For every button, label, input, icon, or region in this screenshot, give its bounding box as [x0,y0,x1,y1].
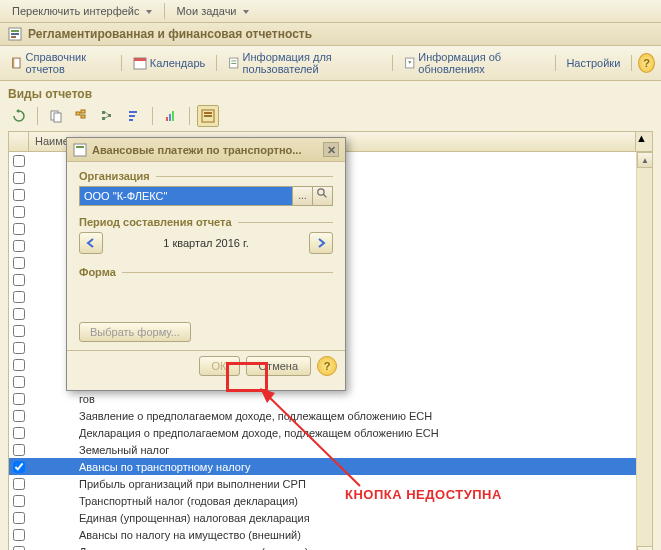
scroll-down-button[interactable]: ▼ [637,546,653,550]
row-checkbox-cell [9,342,29,354]
chevron-down-icon [146,10,152,14]
row-name: гов [29,393,652,405]
table-row[interactable]: Декларация по земельному налогу (годовая… [9,543,652,550]
row-checkbox-cell [9,257,29,269]
row-checkbox[interactable] [13,529,25,541]
toolbar-info-users-label: Информация для пользователей [243,51,381,75]
row-checkbox[interactable] [13,393,25,405]
toolbar-info-users[interactable]: Информация для пользователей [223,49,386,77]
row-checkbox[interactable] [13,478,25,490]
org-input[interactable] [79,186,293,206]
row-checkbox[interactable] [13,274,25,286]
org-label: Организация [79,170,333,182]
separator [164,3,165,19]
svg-point-31 [318,189,324,195]
table-row[interactable]: гов [9,390,652,407]
updates-icon [404,56,416,70]
row-checkbox[interactable] [13,291,25,303]
refresh-button[interactable] [8,105,30,127]
period-row: 1 квартал 2016 г. [79,232,333,254]
row-checkbox[interactable] [13,461,25,473]
row-checkbox[interactable] [13,546,25,551]
row-checkbox[interactable] [13,206,25,218]
row-checkbox-cell [9,461,29,473]
row-checkbox[interactable] [13,172,25,184]
table-row[interactable]: Авансы по транспортному налогу [9,458,652,475]
window-titlebar: Регламентированная и финансовая отчетнос… [0,23,661,46]
row-checkbox[interactable] [13,257,25,269]
period-prev-button[interactable] [79,232,103,254]
row-checkbox[interactable] [13,359,25,371]
menu-my-tasks[interactable]: Мои задачи [171,3,255,19]
scroll-up-button[interactable]: ▲ [637,152,653,168]
row-checkbox[interactable] [13,155,25,167]
row-checkbox[interactable] [13,512,25,524]
info-icon [228,56,240,70]
row-checkbox-cell [9,189,29,201]
table-row[interactable]: Единая (упрощенная) налоговая декларация [9,509,652,526]
table-row[interactable]: Заявление о предполагаемом доходе, подле… [9,407,652,424]
svg-rect-3 [11,36,16,38]
copy-button[interactable] [45,105,67,127]
row-checkbox[interactable] [13,410,25,422]
sort-button[interactable] [123,105,145,127]
menu-switch-interface[interactable]: Переключить интерфейс [6,3,158,19]
row-checkbox[interactable] [13,495,25,507]
svg-rect-14 [76,112,80,115]
toolbar-settings[interactable]: Настройки [561,55,625,71]
org-select-button[interactable]: ... [293,186,313,206]
window-title: Регламентированная и финансовая отчетнос… [28,27,312,41]
svg-rect-25 [172,111,174,121]
select-form-button[interactable]: Выбрать форму... [79,322,191,342]
dialog-titlebar[interactable]: Авансовые платежи по транспортно... ✕ [67,138,345,162]
row-checkbox[interactable] [13,376,25,388]
list-button[interactable] [197,105,219,127]
row-checkbox-cell [9,308,29,320]
row-checkbox-cell [9,546,29,551]
row-checkbox[interactable] [13,223,25,235]
table-row[interactable]: Земельный налог [9,441,652,458]
svg-rect-23 [166,117,168,121]
row-checkbox-cell [9,291,29,303]
row-checkbox[interactable] [13,427,25,439]
row-checkbox[interactable] [13,325,25,337]
row-checkbox-cell [9,223,29,235]
row-checkbox[interactable] [13,342,25,354]
table-row[interactable]: Транспортный налог (годовая декларация) [9,492,652,509]
row-checkbox[interactable] [13,189,25,201]
row-name: Заявление о предполагаемом доходе, подле… [29,410,652,422]
dialog-help-button[interactable]: ? [317,356,337,376]
close-button[interactable]: ✕ [323,142,339,157]
toolbar-calendar[interactable]: Календарь [128,54,211,72]
row-checkbox-cell [9,376,29,388]
row-checkbox-cell [9,427,29,439]
row-checkbox[interactable] [13,308,25,320]
org-search-button[interactable] [313,186,333,206]
row-checkbox[interactable] [13,444,25,456]
toolbar-info-updates[interactable]: Информация об обновлениях [399,49,549,77]
svg-rect-22 [129,119,133,121]
svg-rect-20 [129,111,137,113]
help-button[interactable]: ? [638,53,655,73]
separator [555,55,556,71]
cancel-button[interactable]: Отмена [246,356,311,376]
row-name: Авансы по транспортному налогу [29,461,652,473]
table-row[interactable]: Авансы по налогу на имущество (внешний) [9,526,652,543]
separator [631,55,632,71]
table-row[interactable]: Прибыль организаций при выполнении СРП [9,475,652,492]
vertical-scrollbar[interactable]: ▲ ▼ [636,152,652,550]
svg-rect-1 [11,30,19,32]
table-row[interactable]: Декларация о предполагаемом доходе, подл… [9,424,652,441]
tree-button[interactable] [97,105,119,127]
separator [216,55,217,71]
toolbar-reference[interactable]: Справочник отчетов [6,49,115,77]
expand-button[interactable] [71,105,93,127]
org-input-group: ... [79,186,333,206]
svg-rect-21 [129,115,135,117]
row-checkbox[interactable] [13,240,25,252]
svg-rect-9 [231,61,236,62]
period-next-button[interactable] [309,232,333,254]
chart-button[interactable] [160,105,182,127]
org-label-text: Организация [79,170,150,182]
svg-rect-2 [11,33,19,35]
